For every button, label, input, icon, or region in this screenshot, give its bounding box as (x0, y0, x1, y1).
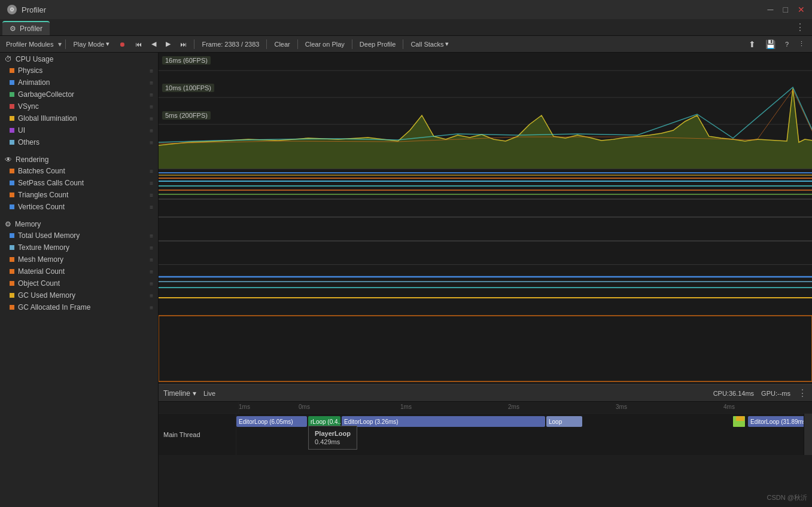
timeline-label: Timeline (163, 389, 190, 398)
gc-used-color (10, 293, 14, 298)
task-editorloop-2[interactable]: EditorLoop (3.26ms) (342, 416, 545, 427)
sidebar-item-vertices[interactable]: Vertices Count ≡ (0, 201, 158, 213)
drag-handle[interactable]: ≡ (150, 280, 153, 287)
cpu-label-60fps: 16ms (60FPS) (162, 56, 211, 65)
player-loop-tooltip: PlayerLoop 0.429ms (308, 426, 357, 450)
sidebar-item-gc[interactable]: GarbageCollector ≡ (0, 88, 158, 100)
drag-handle[interactable]: ≡ (150, 304, 153, 311)
sidebar-item-obj-count[interactable]: Object Count ≡ (0, 277, 158, 289)
drag-handle[interactable]: ≡ (150, 292, 153, 299)
sidebar-item-gc-alloc[interactable]: GC Allocated In Frame ≡ (0, 301, 158, 313)
next-frame-button[interactable]: ▶ (162, 38, 174, 50)
drag-handle[interactable]: ≡ (150, 233, 153, 239)
tooltip-value: 0.429ms (315, 438, 351, 445)
vertices-color (10, 204, 14, 209)
task-label: EditorLoop (31.89ms) (750, 419, 804, 425)
rendering-section-label: Rendering (16, 155, 48, 164)
timeline-overflow-button[interactable]: ⋮ (798, 387, 807, 399)
drag-handle[interactable]: ≡ (150, 245, 153, 251)
memory-chart (159, 265, 812, 384)
toolbar: Profiler Modules ▾ Play Mode ▾ ⏺ ⏮ ◀ ▶ ⏭… (0, 36, 812, 53)
sidebar-item-others[interactable]: Others ≡ (0, 136, 158, 148)
physics-label: Physics (18, 66, 42, 75)
clear-on-play-button[interactable]: Clear on Play (302, 38, 348, 50)
task-label: EditorLoop (6.05ms) (239, 419, 293, 425)
ui-label: UI (18, 126, 25, 135)
save-button[interactable]: 💾 (762, 38, 779, 50)
animation-label: Animation (18, 78, 50, 87)
timeline-scrollbar[interactable] (804, 414, 812, 455)
sidebar-item-animation[interactable]: Animation ≡ (0, 77, 158, 88)
drag-handle[interactable]: ≡ (150, 80, 153, 86)
sidebar-item-gc-used[interactable]: GC Used Memory ≡ (0, 289, 158, 301)
task-label: EditorLoop (3.26ms) (344, 419, 399, 425)
tab-more-button[interactable]: ⋮ (790, 19, 810, 35)
vsync-color (10, 104, 14, 109)
sidebar-item-batches[interactable]: Batches Count ≡ (0, 165, 158, 177)
sidebar-item-tex-mem[interactable]: Texture Memory ≡ (0, 242, 158, 253)
window-controls: ─ □ ✕ (768, 5, 805, 14)
play-mode-label: Play Mode (73, 41, 104, 48)
sidebar-item-ui[interactable]: UI ≡ (0, 124, 158, 136)
play-mode-button[interactable]: Play Mode ▾ (69, 38, 113, 50)
call-stacks-button[interactable]: Call Stacks ▾ (407, 38, 452, 50)
svg-rect-5 (159, 169, 812, 264)
sidebar-item-mesh-mem[interactable]: Mesh Memory ≡ (0, 253, 158, 265)
gc-alloc-label: GC Allocated In Frame (18, 303, 90, 311)
task-rloop[interactable]: rLoop (0.4..) (308, 416, 340, 427)
drag-handle[interactable]: ≡ (150, 68, 153, 74)
sidebar-item-gi[interactable]: Global Illumination ≡ (0, 112, 158, 124)
task-loop-small[interactable]: Loop (546, 416, 582, 427)
drag-handle[interactable]: ≡ (150, 139, 153, 146)
task-editorloop-1[interactable]: EditorLoop (6.05ms) (236, 416, 307, 427)
deep-profile-button[interactable]: Deep Profile (356, 38, 400, 50)
sep4 (297, 39, 298, 49)
drag-handle[interactable]: ≡ (150, 192, 153, 198)
ruler-tick-1ms: 1ms (400, 404, 412, 410)
drag-handle[interactable]: ≡ (150, 168, 153, 175)
drag-handle[interactable]: ≡ (150, 268, 153, 275)
modules-dropdown-icon[interactable]: ▾ (58, 40, 62, 48)
prev-frame-button[interactable]: ◀ (148, 38, 160, 50)
timeline-dropdown-button[interactable]: Timeline ▾ (163, 389, 196, 398)
sidebar-item-triangles[interactable]: Triangles Count ≡ (0, 189, 158, 201)
record-button[interactable]: ⏺ (115, 38, 129, 50)
help-button[interactable]: ? (781, 38, 792, 50)
drag-handle[interactable]: ≡ (150, 115, 153, 122)
skip-to-last-button[interactable]: ⏭ (177, 38, 190, 50)
profiler-tab[interactable]: ⚙ Profiler (2, 21, 50, 35)
minimize-button[interactable]: ─ (768, 5, 774, 14)
content-area: 16ms (60FPS) 10ms (100FPS) 5ms (200FPS) (159, 53, 812, 507)
drag-handle[interactable]: ≡ (150, 180, 153, 187)
timeline-dropdown-icon: ▾ (193, 389, 196, 398)
sep6 (403, 39, 403, 49)
ruler-tick-0ms: 0ms (299, 404, 310, 410)
tex-mem-color (10, 245, 14, 250)
vertices-label: Vertices Count (18, 203, 65, 211)
clear-button[interactable]: Clear (270, 38, 293, 50)
drag-handle[interactable]: ≡ (150, 256, 153, 263)
task-editorloop-3[interactable]: EditorLoop (31.89ms) (748, 416, 804, 427)
sidebar-item-mat-count[interactable]: Material Count ≡ (0, 265, 158, 277)
sidebar-item-physics[interactable]: Physics ≡ (0, 65, 158, 77)
drag-handle[interactable]: ≡ (150, 91, 153, 98)
drag-handle[interactable]: ≡ (150, 127, 153, 134)
title-bar: ⚙ Profiler ─ □ ✕ (0, 0, 812, 19)
sidebar-item-total-mem[interactable]: Total Used Memory ≡ (0, 230, 158, 242)
triangles-label: Triangles Count (18, 191, 68, 199)
overflow-button[interactable]: ⋮ (795, 38, 808, 50)
maximize-button[interactable]: □ (783, 5, 788, 14)
modules-label: Profiler Modules (4, 41, 56, 48)
gi-label: Global Illumination (18, 114, 77, 123)
mat-count-label: Material Count (18, 267, 65, 276)
sidebar-item-setpass[interactable]: SetPass Calls Count ≡ (0, 177, 158, 189)
others-color (10, 140, 14, 145)
gc-color (10, 92, 14, 97)
drag-handle[interactable]: ≡ (150, 103, 153, 110)
close-button[interactable]: ✕ (798, 5, 805, 14)
sidebar-item-vsync[interactable]: VSync ≡ (0, 100, 158, 112)
skip-to-first-button[interactable]: ⏮ (132, 38, 145, 50)
load-button[interactable]: ⬆ (745, 38, 759, 50)
rendering-chart-svg (159, 169, 812, 264)
drag-handle[interactable]: ≡ (150, 204, 153, 210)
